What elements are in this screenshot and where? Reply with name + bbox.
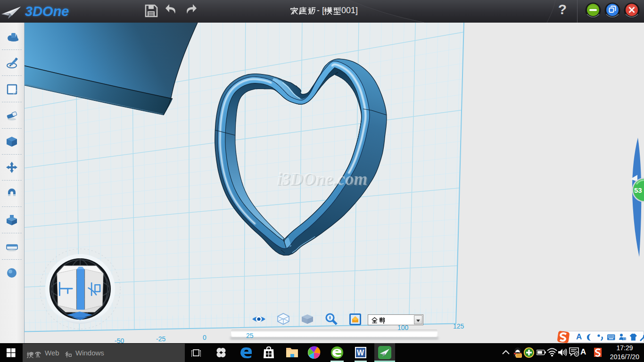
svg-text:53: 53 [634,186,642,194]
svg-text:Web: Web [45,349,59,357]
svg-text:-50: -50 [115,337,124,343]
svg-text:001]: 001] [341,6,358,15]
svg-text:25: 25 [246,332,254,339]
svg-text:i3DOne.com: i3DOne.com [277,169,367,189]
svg-text:11: 11 [623,337,626,341]
svg-text:W: W [357,349,364,357]
svg-text:- [: - [ [317,6,324,15]
svg-text:125: 125 [453,322,464,330]
svg-text:0: 0 [203,334,206,341]
svg-text:-25: -25 [156,335,165,343]
svg-text:Windows: Windows [75,349,104,357]
svg-text:A: A [576,333,582,341]
